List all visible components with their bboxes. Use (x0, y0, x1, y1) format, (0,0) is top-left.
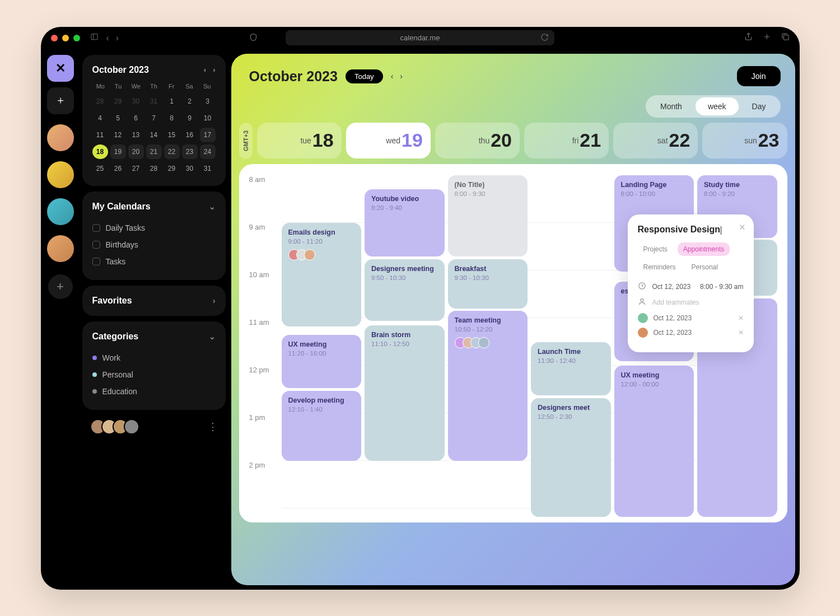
cal-day[interactable]: 21 (146, 144, 162, 159)
next-month-icon[interactable]: › (213, 66, 215, 74)
cal-day[interactable]: 10 (200, 111, 216, 125)
view-month[interactable]: Month (648, 97, 694, 115)
url-bar[interactable]: calendar.me (286, 30, 554, 45)
chevron-down-icon[interactable]: ⌄ (209, 332, 216, 341)
cal-day[interactable]: 3 (200, 94, 216, 109)
cal-day[interactable]: 6 (128, 111, 144, 125)
cal-day[interactable]: 29 (164, 161, 180, 176)
tag-appointments[interactable]: Appointments (678, 242, 730, 256)
day-box[interactable]: thu20 (435, 123, 520, 159)
checkbox-icon[interactable] (92, 258, 100, 265)
event-card[interactable]: UX meeting11:20 - 16:00 (282, 335, 362, 388)
add-teammates[interactable]: Add teammates (638, 297, 744, 307)
cal-day[interactable]: 30 (128, 94, 144, 109)
next-week-icon[interactable]: › (400, 72, 403, 81)
close-icon[interactable]: ✕ (739, 222, 746, 232)
day-box[interactable]: wed19 (346, 123, 431, 159)
prev-week-icon[interactable]: ‹ (391, 72, 394, 81)
join-button[interactable]: Join (737, 66, 781, 86)
view-day[interactable]: Day (740, 97, 778, 115)
day-box[interactable]: sun23 (702, 123, 787, 159)
cal-day[interactable]: 2 (182, 94, 198, 109)
checkbox-icon[interactable] (92, 241, 100, 249)
cal-day[interactable]: 13 (128, 128, 144, 142)
cal-day[interactable]: 18 (92, 144, 108, 159)
prev-month-icon[interactable]: ‹ (204, 66, 206, 74)
cal-day[interactable]: 19 (110, 144, 126, 159)
maximize-icon[interactable] (73, 35, 80, 41)
calendar-item[interactable]: Birthdays (92, 236, 216, 253)
event-card[interactable]: Emails design9:00 - 11:20 (282, 223, 362, 326)
cal-day[interactable]: 4 (92, 111, 108, 125)
cal-day[interactable]: 7 (146, 111, 162, 125)
tag-projects[interactable]: Projects (638, 242, 673, 256)
logo-button[interactable]: ✕ (47, 55, 74, 82)
remove-icon[interactable]: ✕ (738, 329, 744, 337)
event-card[interactable]: Brain storm11:10 - 12:50 (365, 325, 445, 461)
today-button[interactable]: Today (346, 69, 383, 83)
forward-icon[interactable]: › (116, 33, 119, 43)
day-box[interactable]: tue18 (257, 123, 342, 159)
event-card[interactable]: Breakfast9:30 - 10:30 (448, 259, 528, 309)
cal-day[interactable]: 26 (110, 161, 126, 176)
avatar[interactable] (47, 124, 74, 151)
event-card[interactable]: UX meeting12:00 - 00:00 (614, 366, 694, 517)
plus-icon[interactable] (763, 32, 771, 43)
add-button[interactable] (47, 87, 74, 114)
cal-day[interactable]: 9 (182, 111, 198, 125)
category-item[interactable]: Personal (92, 366, 216, 383)
tag-personal[interactable]: Personal (686, 260, 724, 274)
event-card[interactable]: Designers meeting9:50 - 10:30 (365, 259, 445, 321)
cal-day[interactable]: 14 (146, 128, 162, 142)
cal-day[interactable]: 20 (128, 144, 144, 159)
back-icon[interactable]: ‹ (106, 33, 109, 43)
event-card[interactable]: Team meeting10:50 - 12:20 (448, 311, 528, 461)
cal-day[interactable]: 1 (164, 94, 180, 109)
close-icon[interactable] (51, 35, 58, 41)
cal-day[interactable]: 5 (110, 111, 126, 125)
more-icon[interactable]: ⋮ (208, 421, 218, 433)
avatar-stack[interactable] (90, 419, 139, 435)
cal-day[interactable]: 12 (110, 128, 126, 142)
cal-day[interactable]: 31 (146, 94, 162, 109)
tag-reminders[interactable]: Reminders (638, 260, 682, 274)
cal-day[interactable]: 28 (92, 94, 108, 109)
minimize-icon[interactable] (62, 35, 69, 41)
share-icon[interactable] (744, 32, 753, 43)
calendar-item[interactable]: Tasks (92, 253, 216, 270)
cal-day[interactable]: 30 (182, 161, 198, 176)
add-user-button[interactable]: + (48, 274, 73, 299)
event-card[interactable]: Develop meeting12:10 - 1:40 (282, 391, 362, 461)
cal-day[interactable]: 15 (164, 128, 180, 142)
cal-day[interactable]: 8 (164, 111, 180, 125)
cal-day[interactable]: 17 (200, 128, 216, 142)
cal-day[interactable]: 11 (92, 128, 108, 142)
chevron-down-icon[interactable]: ⌄ (209, 202, 216, 211)
sidebar-toggle-icon[interactable] (90, 32, 99, 43)
view-week[interactable]: week (696, 97, 739, 115)
category-item[interactable]: Work (92, 349, 216, 366)
avatar[interactable] (47, 198, 74, 225)
category-item[interactable]: Education (92, 383, 216, 400)
reload-icon[interactable] (540, 33, 549, 43)
cal-day[interactable]: 25 (92, 161, 108, 176)
event-card[interactable]: Launch Time11:30 - 12:40 (531, 342, 611, 395)
avatar[interactable] (47, 235, 74, 262)
favorites-panel[interactable]: Favorites› (82, 286, 226, 316)
cal-day[interactable]: 29 (110, 94, 126, 109)
cal-day[interactable]: 22 (164, 144, 180, 159)
cal-day[interactable]: 16 (182, 128, 198, 142)
cal-day[interactable]: 23 (182, 144, 198, 159)
cal-day[interactable]: 27 (128, 161, 144, 176)
shield-icon[interactable] (249, 33, 258, 43)
cal-day[interactable]: 28 (146, 161, 162, 176)
checkbox-icon[interactable] (92, 224, 100, 232)
cal-day[interactable]: 24 (200, 144, 216, 159)
avatar[interactable] (47, 161, 74, 188)
event-card[interactable]: (No Title)8:00 - 9:30 (448, 175, 528, 256)
calendar-item[interactable]: Daily Tasks (92, 220, 216, 236)
remove-icon[interactable]: ✕ (738, 314, 744, 322)
popup-title[interactable]: Responsive Design (638, 225, 744, 235)
tabs-icon[interactable] (781, 32, 790, 43)
day-box[interactable]: sat22 (613, 123, 698, 159)
